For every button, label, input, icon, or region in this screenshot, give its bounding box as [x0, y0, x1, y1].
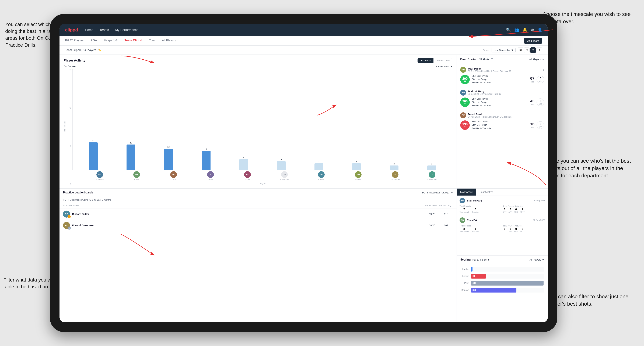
bar-group-8: 3: [339, 161, 374, 170]
y-axis: 15 10 5 0: [67, 69, 72, 185]
tab-pgat-players[interactable]: PGAT Players: [65, 39, 84, 43]
grid2-view-button[interactable]: ⊟: [524, 47, 530, 53]
bottom-right-panels: Most Active Least Active BM Blair McHarg…: [457, 188, 548, 323]
tab-tour[interactable]: Tour: [149, 39, 155, 43]
plus-circle-icon[interactable]: ⊕: [531, 28, 534, 32]
tab-team-clippd[interactable]: Team Clippd: [124, 39, 142, 43]
all-shots-btn[interactable]: All Shots: [477, 57, 491, 61]
bar-group-2: 12: [114, 142, 148, 170]
bar-group-6: 4: [264, 159, 298, 170]
most-active-header: Most Active Least Active: [457, 188, 548, 196]
practice-header: Practice Leaderboards PUTT Must Make Put…: [60, 188, 456, 197]
page-container: Choose the timescale you wish to see the…: [0, 0, 644, 346]
scoring-title: Scoring: [460, 258, 471, 261]
bell-icon[interactable]: 🔔: [522, 28, 527, 32]
edit-icon[interactable]: ✏️: [98, 48, 102, 52]
nav-item-teams[interactable]: Teams: [100, 28, 109, 32]
chevron-down-icon: ▼: [487, 258, 490, 261]
heart-view-button[interactable]: ♥: [530, 47, 536, 53]
least-active-tab[interactable]: Least Active: [476, 188, 497, 195]
bar-group-3: 10: [152, 146, 186, 170]
add-team-button[interactable]: Add Team: [524, 38, 542, 44]
chart-container: Total Rounds 15 10 5 0: [64, 69, 452, 185]
shot-card-3[interactable]: DF David Ford 24 Aug 2023 · Royal North …: [457, 110, 548, 133]
scoring-birdies-row: Birdies 96: [460, 274, 544, 279]
nav-right: 🔍 👥 🔔 ⊕ 👤: [506, 28, 542, 32]
chevron-down-icon: ▼: [542, 258, 544, 261]
most-active-panel: Most Active Least Active BM Blair McHarg…: [457, 188, 548, 256]
bars-area: 13 12 10: [72, 69, 452, 185]
annotation-bottom-right-1: Here you can see who's hit the best shot…: [548, 157, 635, 179]
shots-toggle: All Shots ▼: [477, 57, 494, 61]
tablet-frame: clippd Home Teams My Performance 🔍 👥 🔔 ⊕…: [50, 14, 558, 332]
user-avatar-icon[interactable]: 👤: [538, 28, 542, 32]
top-nav: clippd Home Teams My Performance 🔍 👥 🔔 ⊕…: [60, 23, 548, 36]
most-active-tab[interactable]: Most Active: [457, 188, 476, 195]
practice-title: Practice Leaderboards: [63, 191, 93, 194]
nav-item-home[interactable]: Home: [85, 28, 94, 32]
chart-subheader: On Course Total Rounds ▼: [64, 65, 452, 68]
tablet-screen: clippd Home Teams My Performance 🔍 👥 🔔 ⊕…: [60, 23, 548, 323]
on-course-tab[interactable]: On Course: [418, 58, 434, 63]
users-icon[interactable]: 👥: [514, 28, 519, 32]
chevron-down-icon: ▼: [542, 58, 544, 61]
activity-panel-header: Player Activity On Course Practice Drill…: [64, 58, 452, 63]
view-icons: ⊞ ⊟ ♥ ≡: [518, 47, 542, 53]
bar-group-5: 5: [226, 156, 261, 170]
player-row-2[interactable]: EC 2 Edward Crossman 18/20 107: [60, 220, 456, 231]
scoring-header: Scoring Par 3, 4 & 5s ▼ All Players ▼: [457, 256, 548, 264]
list-view-button[interactable]: ≡: [536, 47, 542, 53]
chevron-down-icon: ▼: [511, 49, 514, 51]
scoring-chart: Eagles 3 Birdies: [457, 264, 548, 323]
player-activity-panel: Player Activity On Course Practice Drill…: [60, 55, 457, 188]
bars-container: 13 12 10: [72, 69, 452, 170]
bar-group-9: 2: [377, 163, 411, 170]
bar-group-4: 9: [189, 148, 223, 170]
scoring-dropdown[interactable]: Par 3, 4 & 5s ▼: [472, 258, 490, 261]
practice-drills-tab[interactable]: Practice Drills: [434, 58, 452, 63]
chevron-down-icon: ▼: [451, 191, 453, 194]
tab-hcaps[interactable]: Hcaps 1-5: [104, 39, 118, 43]
show-dropdown[interactable]: Last 3 months ▼: [492, 48, 516, 52]
activity-item-2: RB Rees Britt 02 Sep 2023 Total Rounds 8…: [457, 215, 548, 235]
players-axis-label: Players: [72, 182, 452, 185]
activity-item-1: BM Blair McHarg 26 Aug 2023 Total Rounds…: [457, 196, 548, 215]
shot-card-2[interactable]: BM Blair McHarg 23 Jul 2023 · Ashridge G…: [457, 87, 548, 110]
chevron-right-icon: ›: [543, 68, 544, 72]
bar-group-7: 3: [302, 161, 336, 170]
chart-dropdown[interactable]: Total Rounds ▼: [436, 65, 452, 68]
grid-view-button[interactable]: ⊞: [518, 47, 523, 53]
tab-pga[interactable]: PGA: [91, 39, 97, 43]
player-avatars: BM B. McHarg RB R. Britt DF: [80, 170, 452, 182]
scoring-pars-row: Pars 499: [460, 281, 544, 286]
chevron-shots-icon: ▼: [490, 57, 493, 61]
activity-title: Player Activity: [64, 59, 85, 62]
chevron-right-icon-3: ›: [543, 114, 544, 117]
practice-columns: PLAYER NAME PB SCORE PB AVG SQ: [60, 203, 456, 208]
activity-tab-pills: On Course Practice Drills: [418, 58, 452, 63]
chart-section-title: On Course: [64, 65, 76, 68]
shots-header: Best Shots All Shots ▼ All Players ▼: [457, 55, 548, 64]
shots-title: Best Shots: [460, 58, 476, 61]
team-name: Team Clippd | 14 Players: [65, 49, 96, 52]
bar-group-10: 2: [414, 163, 449, 170]
shots-player-filter[interactable]: All Players ▼: [529, 58, 544, 61]
bar-group-1: 13: [76, 140, 110, 170]
team-header: Team Clippd | 14 Players ✏️ Show: Last 3…: [60, 46, 548, 55]
shot-card-1[interactable]: MM Matt Miller 09 Jun 2023 · Royal North…: [457, 64, 548, 87]
practice-dropdown[interactable]: PUTT Must Make Putting ... ▼: [422, 191, 453, 194]
main-content: Player Activity On Course Practice Drill…: [60, 55, 548, 323]
scoring-eagles-row: Eagles 3: [460, 267, 544, 272]
nav-item-my-performance[interactable]: My Performance: [115, 28, 138, 32]
practice-leaderboards-panel: Practice Leaderboards PUTT Must Make Put…: [60, 188, 457, 323]
chevron-right-icon-2: ›: [543, 91, 544, 94]
scoring-panel: Scoring Par 3, 4 & 5s ▼ All Players ▼: [457, 256, 548, 323]
chevron-down-icon: ▼: [450, 65, 452, 68]
scoring-player-filter[interactable]: All Players ▼: [530, 258, 544, 261]
search-icon[interactable]: 🔍: [506, 28, 511, 32]
scoring-bogeys-row: Bogeys 311: [460, 288, 544, 293]
best-shots-panel: Best Shots All Shots ▼ All Players ▼: [457, 55, 548, 188]
tab-all-players[interactable]: All Players: [162, 39, 176, 43]
player-row-1[interactable]: RB 🥇 Richard Butler 19/20 110: [60, 208, 456, 220]
practice-subtitle: PUTT Must Make Putting (3-6 ft), Last 3 …: [60, 197, 456, 203]
